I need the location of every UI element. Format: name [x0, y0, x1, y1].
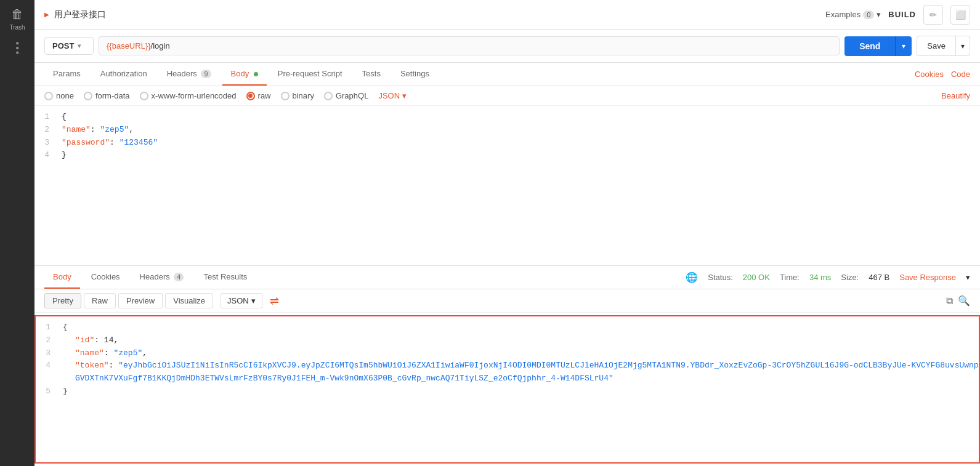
request-body-editor[interactable]: 1 { 2 "name": "zep5", 3 "password": "123… — [34, 106, 980, 266]
response-line-2: 2 "id": 14, — [36, 334, 979, 347]
response-tab-headers[interactable]: Headers 4 — [131, 266, 193, 289]
examples-button[interactable]: Examples 0 ▾ — [825, 10, 881, 19]
cookies-link[interactable]: Cookies — [915, 70, 944, 79]
radio-form-data[interactable]: form-data — [84, 91, 130, 100]
save-dropdown-button[interactable]: ▾ — [956, 36, 970, 56]
edit-icon-button[interactable]: ✏ — [923, 5, 943, 25]
method-label: POST — [52, 41, 74, 50]
top-bar-left: ▶ 用户登录接口 — [44, 9, 106, 20]
request-tabs-bar: Params Authorization Headers 9 Body Pre-… — [34, 63, 980, 86]
format-raw-button[interactable]: Raw — [84, 293, 116, 308]
status-value: 200 OK — [743, 273, 770, 282]
response-tab-test-results[interactable]: Test Results — [195, 266, 256, 289]
radio-raw-label: raw — [258, 91, 271, 100]
url-path: /login — [151, 41, 170, 50]
response-line-1: 1 { — [36, 321, 979, 334]
response-tabs-bar: Body Cookies Headers 4 Test Results 🌐 St… — [34, 266, 980, 289]
response-tab-cookies[interactable]: Cookies — [83, 266, 129, 289]
time-value: 34 ms — [809, 273, 831, 282]
response-tab-body[interactable]: Body — [44, 266, 80, 289]
examples-count-badge: 0 — [863, 10, 874, 19]
method-dropdown-icon: ▾ — [78, 42, 81, 49]
radio-graphql-circle — [324, 92, 333, 100]
body-active-dot — [254, 72, 258, 76]
tab-settings[interactable]: Settings — [392, 63, 438, 86]
tab-headers[interactable]: Headers 9 — [158, 63, 220, 86]
code-line-4: 4 } — [34, 149, 980, 162]
format-pretty-button[interactable]: Pretty — [44, 293, 81, 308]
tab-body[interactable]: Body — [222, 63, 267, 86]
format-preview-button[interactable]: Preview — [118, 293, 163, 308]
top-bar: ▶ 用户登录接口 Examples 0 ▾ BUILD ✏ ⬜ — [34, 0, 980, 30]
code-line-3: 3 "password": "123456" — [34, 137, 980, 150]
response-format-select[interactable]: JSON ▾ — [221, 293, 262, 308]
build-button[interactable]: BUILD — [888, 10, 916, 19]
save-response-dropdown-icon[interactable]: ▾ — [966, 273, 970, 282]
copy-response-icon[interactable]: ⧉ — [946, 295, 953, 307]
radio-none[interactable]: none — [44, 91, 74, 100]
radio-binary-label: binary — [293, 91, 314, 100]
radio-none-circle — [44, 92, 53, 100]
response-headers-badge: 4 — [174, 273, 184, 281]
response-format-dropdown-icon: ▾ — [251, 296, 256, 305]
tab-tests[interactable]: Tests — [354, 63, 389, 86]
response-status-bar: 🌐 Status: 200 OK Time: 34 ms Size: 467 B… — [686, 271, 970, 283]
save-response-button[interactable]: Save Response — [899, 273, 956, 282]
send-dropdown-button[interactable]: ▾ — [895, 36, 912, 56]
radio-binary-circle — [281, 92, 290, 100]
sidebar-more-dots[interactable]: ••• — [12, 42, 23, 56]
response-line-5: 5 } — [36, 385, 979, 398]
top-bar-right: Examples 0 ▾ BUILD ✏ ⬜ — [825, 5, 970, 25]
format-visualize-button[interactable]: Visualize — [165, 293, 213, 308]
response-body-editor[interactable]: 1 { 2 "id": 14, 3 "name": "zep5", 4 "tok… — [34, 315, 980, 464]
code-line-2: 2 "name": "zep5", — [34, 124, 980, 137]
radio-graphql-label: GraphQL — [336, 91, 368, 100]
radio-urlencoded-label: x-www-form-urlencoded — [152, 91, 237, 100]
beautify-link[interactable]: Beautify — [941, 91, 970, 100]
trash-label: Trash — [9, 24, 25, 31]
url-bar: POST ▾ {{baseURL}} /login Send ▾ Save ▾ — [34, 30, 980, 63]
radio-raw[interactable]: raw — [246, 91, 271, 100]
tab-authorization[interactable]: Authorization — [92, 63, 156, 86]
body-format-label: JSON — [378, 91, 400, 100]
response-section: Body Cookies Headers 4 Test Results 🌐 St… — [34, 266, 980, 466]
main-content: ▶ 用户登录接口 Examples 0 ▾ BUILD ✏ ⬜ POST ▾ — [34, 0, 980, 466]
radio-graphql[interactable]: GraphQL — [324, 91, 368, 100]
sidebar: 🗑 Trash ••• — [0, 0, 34, 466]
window-icon-button[interactable]: ⬜ — [950, 5, 970, 25]
status-label: Status: — [708, 273, 732, 282]
send-button[interactable]: Send — [844, 36, 895, 56]
tab-pre-request-script[interactable]: Pre-request Script — [269, 63, 351, 86]
body-options-bar: none form-data x-www-form-urlencoded raw… — [34, 86, 980, 106]
save-button-group: Save ▾ — [917, 36, 970, 56]
globe-icon[interactable]: 🌐 — [686, 271, 698, 283]
search-response-icon[interactable]: 🔍 — [958, 295, 970, 307]
expand-icon[interactable]: ▶ — [44, 11, 49, 18]
code-link[interactable]: Code — [951, 70, 970, 79]
radio-urlencoded[interactable]: x-www-form-urlencoded — [140, 91, 237, 100]
response-format-bar: Pretty Raw Preview Visualize JSON ▾ ⇌ ⧉ … — [34, 289, 980, 313]
tab-params[interactable]: Params — [44, 63, 89, 86]
save-button[interactable]: Save — [917, 36, 956, 56]
radio-form-data-circle — [84, 92, 92, 100]
radio-urlencoded-circle — [140, 92, 148, 100]
size-value: 467 B — [869, 273, 889, 282]
radio-raw-circle — [246, 92, 255, 100]
response-line-4: 4 "token": "eyJhbGciOiJSUzI1NiIsInR5cCI6… — [36, 360, 979, 385]
radio-binary[interactable]: binary — [281, 91, 314, 100]
radio-form-data-label: form-data — [95, 91, 130, 100]
headers-count-badge: 9 — [201, 70, 211, 78]
url-input[interactable]: {{baseURL}} /login — [99, 36, 840, 55]
time-label: Time: — [780, 273, 800, 282]
body-format-select[interactable]: JSON ▾ — [378, 91, 407, 100]
examples-dropdown-icon: ▾ — [877, 10, 881, 19]
response-action-icons: ⧉ 🔍 — [946, 295, 970, 307]
response-format-label: JSON — [227, 296, 249, 305]
size-label: Size: — [841, 273, 859, 282]
wrap-lines-icon[interactable]: ⇌ — [270, 294, 279, 308]
trash-icon: 🗑 — [11, 7, 23, 22]
sidebar-trash[interactable]: 🗑 Trash — [9, 7, 25, 31]
response-line-3: 3 "name": "zep5", — [36, 347, 979, 360]
radio-none-label: none — [56, 91, 74, 100]
method-select[interactable]: POST ▾ — [44, 37, 94, 55]
